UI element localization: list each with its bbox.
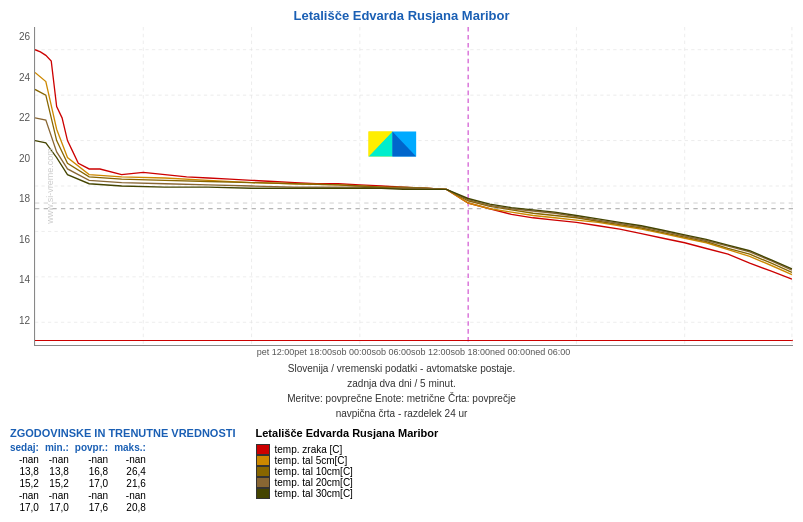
y-axis-label: 26: [19, 31, 30, 42]
stats-col-header: povpr.:: [75, 442, 114, 454]
stats-cell: -nan: [10, 490, 45, 502]
stats-cell: 15,2: [45, 478, 75, 490]
desc-line2: zadnja dva dni / 5 minut.: [287, 376, 515, 391]
stats-cell: 17,6: [75, 502, 114, 514]
legend-label: temp. zraka [C]: [275, 444, 343, 455]
legend-item: temp. tal 10cm[C]: [256, 466, 439, 477]
stats-row: 15,215,217,021,6: [10, 478, 152, 490]
legend-color-box: [256, 477, 270, 488]
stats-row: -nan-nan-nan-nan: [10, 454, 152, 466]
stats-cell: -nan: [10, 454, 45, 466]
stats-cell: -nan: [45, 490, 75, 502]
legend-item: temp. tal 5cm[C]: [256, 455, 439, 466]
stats-cell: 13,8: [45, 466, 75, 478]
legend-section: Letališče Edvarda Rusjana Maribor temp. …: [256, 427, 439, 514]
stats-cell: -nan: [45, 454, 75, 466]
legend-title: Letališče Edvarda Rusjana Maribor: [256, 427, 439, 439]
y-axis-label: 20: [19, 153, 30, 164]
stats-cell: 20,8: [114, 502, 152, 514]
stats-row: 17,017,017,620,8: [10, 502, 152, 514]
legend-item: temp. tal 30cm[C]: [256, 488, 439, 499]
stats-cell: 21,6: [114, 478, 152, 490]
y-axis-label: 18: [19, 193, 30, 204]
page-wrapper: Letališče Edvarda Rusjana Maribor 262422…: [0, 0, 803, 522]
y-axis: 2624222018161412: [10, 27, 34, 346]
stats-cell: 17,0: [45, 502, 75, 514]
legend-label: temp. tal 10cm[C]: [275, 466, 353, 477]
legend-color-box: [256, 444, 270, 455]
stats-header: ZGODOVINSKE IN TRENUTNE VREDNOSTI: [10, 427, 236, 439]
bottom-section: ZGODOVINSKE IN TRENUTNE VREDNOSTI sedaj:…: [10, 427, 793, 514]
x-axis-label: pet 12:00: [257, 347, 295, 357]
legend-item: temp. zraka [C]: [256, 444, 439, 455]
stats-cell: 26,4: [114, 466, 152, 478]
y-axis-label: 22: [19, 112, 30, 123]
legend-item: temp. tal 20cm[C]: [256, 477, 439, 488]
x-axis-labels: pet 12:00pet 18:00sob 00:00sob 06:00sob …: [229, 347, 574, 357]
description: Slovenija / vremenski podatki - avtomats…: [287, 361, 515, 421]
stats-cell: -nan: [114, 490, 152, 502]
stats-data-table: sedaj:min.:povpr.:maks.:-nan-nan-nan-nan…: [10, 442, 152, 514]
legend-color-box: [256, 488, 270, 499]
desc-line4: navpična črta - razdelek 24 ur: [287, 406, 515, 421]
legend-label: temp. tal 20cm[C]: [275, 477, 353, 488]
stats-table: ZGODOVINSKE IN TRENUTNE VREDNOSTI sedaj:…: [10, 427, 236, 514]
desc-line3: Meritve: povprečne Enote: metrične Črta:…: [287, 391, 515, 406]
stats-row: 13,813,816,826,4: [10, 466, 152, 478]
legend-label: temp. tal 5cm[C]: [275, 455, 348, 466]
chart-title: Letališče Edvarda Rusjana Maribor: [293, 8, 509, 23]
chart-area: 2624222018161412 www.si-vreme.com: [10, 27, 793, 346]
x-axis-label: ned 00:00: [490, 347, 530, 357]
x-axis-label: sob 12:00: [411, 347, 451, 357]
legend-color-box: [256, 466, 270, 477]
y-axis-label: 14: [19, 274, 30, 285]
stats-col-header: maks.:: [114, 442, 152, 454]
stats-col-header: sedaj:: [10, 442, 45, 454]
stats-cell: -nan: [75, 490, 114, 502]
stats-cell: 13,8: [10, 466, 45, 478]
stats-cell: 17,0: [75, 478, 114, 490]
stats-cell: 17,0: [10, 502, 45, 514]
stats-cell: -nan: [75, 454, 114, 466]
y-axis-label: 16: [19, 234, 30, 245]
stats-row: -nan-nan-nan-nan: [10, 490, 152, 502]
legend-label: temp. tal 30cm[C]: [275, 488, 353, 499]
chart-svg: [35, 27, 793, 345]
x-axis-label: sob 06:00: [371, 347, 411, 357]
x-axis-label: ned 06:00: [530, 347, 570, 357]
legend-items-container: temp. zraka [C]temp. tal 5cm[C]temp. tal…: [256, 444, 439, 499]
x-axis-label: sob 18:00: [451, 347, 491, 357]
x-axis-label: pet 18:00: [294, 347, 332, 357]
stats-cell: 16,8: [75, 466, 114, 478]
y-axis-label: 24: [19, 72, 30, 83]
chart-container: www.si-vreme.com: [34, 27, 793, 346]
desc-line1: Slovenija / vremenski podatki - avtomats…: [287, 361, 515, 376]
stats-cell: -nan: [114, 454, 152, 466]
stats-cell: 15,2: [10, 478, 45, 490]
y-axis-label: 12: [19, 315, 30, 326]
stats-col-header: min.:: [45, 442, 75, 454]
legend-color-box: [256, 455, 270, 466]
x-axis-label: sob 00:00: [332, 347, 372, 357]
